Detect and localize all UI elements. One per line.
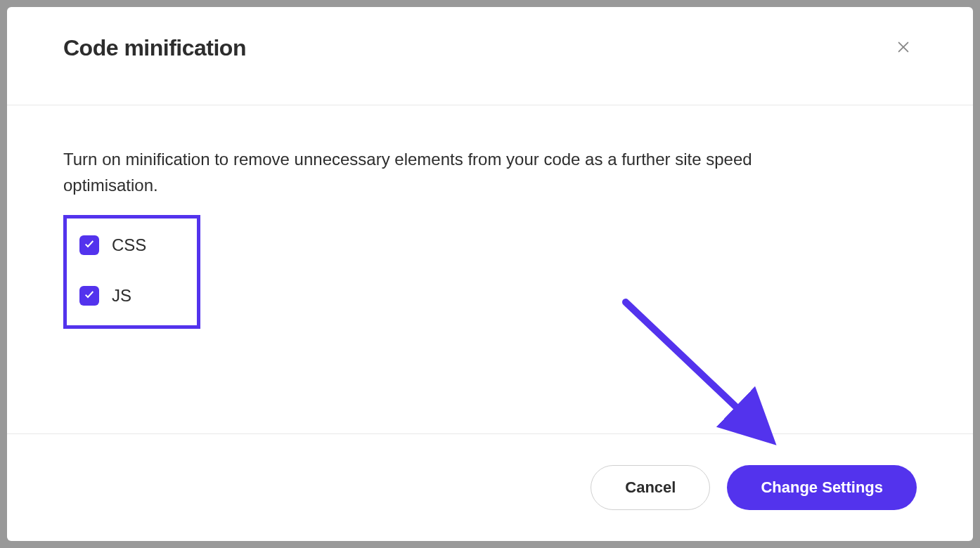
checkbox-label-css: CSS — [112, 237, 146, 254]
check-icon — [84, 238, 95, 252]
modal-footer: Cancel Change Settings — [7, 433, 973, 541]
code-minification-modal: Code minification Turn on minification t… — [7, 7, 973, 541]
modal-header: Code minification — [7, 7, 973, 105]
close-button[interactable] — [890, 34, 917, 63]
checkbox-css[interactable] — [79, 235, 99, 255]
change-settings-button[interactable]: Change Settings — [727, 465, 917, 510]
checkbox-row-css[interactable]: CSS — [79, 228, 184, 262]
modal-body: Turn on minification to remove unnecessa… — [7, 105, 973, 433]
cancel-button[interactable]: Cancel — [591, 465, 710, 510]
checkbox-js[interactable] — [79, 286, 99, 306]
checkbox-row-js[interactable]: JS — [79, 279, 184, 313]
modal-title: Code minification — [63, 35, 246, 61]
checkbox-highlight-annotation: CSS JS — [63, 215, 200, 329]
check-icon — [84, 289, 95, 303]
modal-description: Turn on minification to remove unnecessa… — [63, 146, 837, 198]
close-icon — [896, 39, 911, 57]
checkbox-label-js: JS — [112, 287, 131, 304]
